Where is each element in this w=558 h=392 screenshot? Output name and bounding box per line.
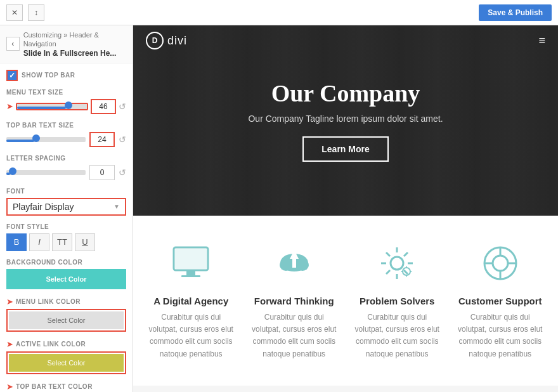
divi-nav: D divi ≡ [133,25,558,56]
hamburger-menu-icon[interactable]: ≡ [538,34,545,48]
feature-title-1: Forward Thinking [249,296,340,306]
font-select-chevron-icon: ▼ [114,203,120,210]
font-select[interactable]: Playfair Display ▼ [6,198,126,216]
feature-title-0: A Digital Agency [146,296,237,306]
show-top-bar-label: SHOW TOP BAR [22,72,75,79]
letter-spacing-label: LETTER SPACING [6,155,126,162]
letter-spacing-slider-row: ↺ [6,165,126,180]
top-bar-text-color-control: TOP BAR TEXT COLOR Select Color [6,382,126,392]
svg-point-23 [493,256,508,271]
font-style-label: FONT STYLE [6,223,126,230]
hero-content: Our Company Our Company Tagline lorem ip… [248,79,443,162]
font-style-control: FONT STYLE B I TT U [6,223,126,251]
letter-spacing-control: LETTER SPACING ↺ [6,155,126,180]
feature-text-3: Curabitur quis dui volutpat, cursus eros… [455,311,546,360]
svg-line-16 [386,270,390,274]
top-bar-text-size-slider-row: ↺ [6,132,126,147]
menu-text-size-reset[interactable]: ↺ [119,101,126,112]
menu-text-size-slider-row: ↺ [6,99,126,114]
checkmark-icon: ✓ [9,71,15,80]
hero-title: Our Company [248,79,443,107]
hero-tagline: Our Company Tagline lorem ipsum dolor si… [248,114,443,124]
svg-rect-1 [186,270,195,275]
svg-point-6 [296,259,309,271]
italic-button[interactable]: I [29,233,49,251]
divi-logo: D divi [146,32,187,49]
save-publish-button[interactable]: Save & Publish [479,4,552,21]
top-bar-text-color-arrow: TOP BAR TEXT COLOR [6,382,126,391]
learn-more-button[interactable]: Learn More [302,136,388,162]
active-link-color-button[interactable]: Select Color [9,354,124,372]
feature-title-2: Problem Solvers [352,296,443,306]
active-link-color-control: ACTIVE LINK COLOR Select Color [6,339,126,374]
background-color-control: BACKGROUND COLOR Select Color [6,259,126,289]
font-select-value: Playfair Display [13,202,114,212]
svg-point-5 [280,259,292,271]
menu-link-color-arrow: MENU LINK COLOR [6,297,126,306]
svg-point-8 [391,257,403,270]
letter-spacing-reset[interactable]: ↺ [119,167,126,178]
cloud-upload-icon [272,241,316,285]
toolbar-left: ✕ ↕ [6,4,44,21]
background-color-label: BACKGROUND COLOR [6,259,126,266]
background-color-button[interactable]: Select Color [6,269,126,289]
back-button[interactable]: ‹ [6,37,20,51]
sort-button[interactable]: ↕ [28,4,44,21]
top-bar-text-size-control: TOP BAR TEXT SIZE ↺ [6,122,126,147]
features-section: A Digital Agency Curabitur quis dui volu… [133,216,558,386]
active-link-color-label: ACTIVE LINK COLOR [16,341,86,348]
feature-text-1: Curabitur quis dui volutpat, cursus eros… [249,311,340,360]
menu-text-size-input[interactable] [91,99,116,114]
active-link-color-outlined: Select Color [6,351,126,374]
monitor-icon [169,241,213,285]
divi-wordmark: divi [167,34,187,48]
divi-logo-letter: D [152,36,158,45]
uppercase-button[interactable]: TT [52,233,72,251]
breadcrumb: Customizing » Header & Navigation [23,30,126,49]
svg-line-14 [404,270,408,274]
letter-spacing-input[interactable] [89,165,115,180]
feature-item-digital-agency: A Digital Agency Curabitur quis dui volu… [146,241,237,360]
lifebuoy-icon [478,241,522,285]
top-toolbar: ✕ ↕ Save & Publish [0,0,558,25]
underline-button[interactable]: U [75,233,95,251]
feature-text-0: Curabitur quis dui volutpat, cursus eros… [146,311,237,360]
svg-line-15 [404,252,408,256]
menu-link-color-control: MENU LINK COLOR Select Color [6,297,126,332]
panel-nav: ‹ Customizing » Header & Navigation Slid… [0,25,133,63]
show-top-bar-row: ✓ SHOW TOP BAR [6,70,126,81]
top-bar-text-color-label: TOP BAR TEXT COLOR [16,383,93,390]
svg-rect-3 [175,249,207,269]
panel-title: Slide In & Fullscreen He... [23,49,126,58]
divi-logo-circle: D [146,32,164,49]
menu-link-color-label: MENU LINK COLOR [16,298,81,305]
svg-rect-2 [181,275,200,277]
feature-item-problem-solvers: Problem Solvers Curabitur quis dui volut… [352,241,443,360]
right-preview: D divi ≡ Our Company Our Company Tagline… [133,25,558,392]
top-bar-text-size-label: TOP BAR TEXT SIZE [6,122,126,129]
bold-button[interactable]: B [6,233,27,251]
breadcrumb-info: Customizing » Header & Navigation Slide … [23,30,126,58]
gear-icon [375,241,419,285]
menu-text-size-label: MENU TEXT SIZE [6,89,126,96]
feature-item-forward-thinking: Forward Thinking Curabitur quis dui volu… [249,241,340,360]
font-label: FONT [6,188,126,195]
menu-text-size-control: MENU TEXT SIZE ↺ [6,89,126,114]
menu-link-color-button[interactable]: Select Color [9,311,124,329]
font-style-row: B I TT U [6,233,126,251]
active-link-color-arrow: ACTIVE LINK COLOR [6,339,126,349]
menu-link-color-outlined: Select Color [6,309,126,332]
feature-item-customer-support: Customer Support Curabitur quis dui volu… [455,241,546,360]
top-bar-text-size-reset[interactable]: ↺ [119,134,126,145]
features-grid: A Digital Agency Curabitur quis dui volu… [146,241,545,360]
close-button[interactable]: ✕ [6,4,23,21]
panel-content: ✓ SHOW TOP BAR MENU TEXT SIZE ↺ TOP [0,63,133,392]
main-layout: ‹ Customizing » Header & Navigation Slid… [0,25,558,392]
left-panel: ‹ Customizing » Header & Navigation Slid… [0,25,133,392]
hero-section: D divi ≡ Our Company Our Company Tagline… [133,25,558,216]
feature-text-2: Curabitur quis dui volutpat, cursus eros… [352,311,443,360]
show-top-bar-checkbox[interactable]: ✓ [6,70,18,81]
feature-title-3: Customer Support [455,296,546,306]
top-bar-text-size-input[interactable] [89,132,115,147]
font-control: FONT Playfair Display ▼ [6,188,126,216]
